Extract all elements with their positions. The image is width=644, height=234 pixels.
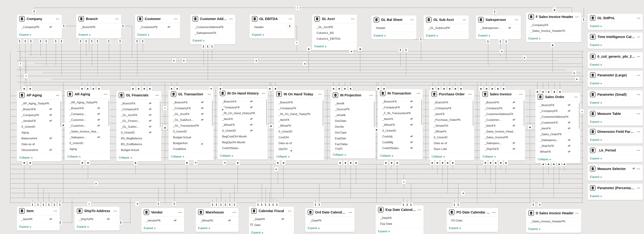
field--branchfk[interactable]: _BranchFK <box>17 107 62 112</box>
expand-link[interactable]: Expand∨ <box>19 33 32 36</box>
field--customer-[interactable]: _Customer... <box>65 123 110 129</box>
hidden-eye-icon[interactable] <box>201 101 204 105</box>
field--sales-invoice-hea-[interactable]: _Sales_Invoice_Hea... <box>65 129 110 134</box>
table-card-item[interactable]: Item⋯_ItemPKExpand∨ <box>17 207 60 231</box>
hidden-eye-icon[interactable] <box>201 113 204 116</box>
table-card-sales-invoice[interactable]: Sales Invoice⋯_BranchFK_CompanyFK_Custom… <box>480 90 525 160</box>
hidden-eye-icon[interactable] <box>632 167 636 171</box>
field--companyfk[interactable]: _CompanyFK <box>480 106 525 111</box>
field--gl-transactionpk[interactable]: _GL_TransactionPK <box>168 123 214 129</box>
field--whsepk[interactable]: _WhsePK <box>196 218 238 224</box>
hidden-eye-icon[interactable] <box>410 123 413 127</box>
field-budgetamt[interactable]: BudgetAmt <box>168 140 214 146</box>
more-options-button[interactable]: ⋯ <box>637 93 640 96</box>
more-options-button[interactable]: ⋯ <box>114 209 117 213</box>
collapse-link[interactable]: Collapse∧ <box>220 154 234 157</box>
hidden-eye-icon[interactable] <box>49 148 52 152</box>
field--datepk[interactable]: _DatePK <box>249 216 294 222</box>
field--sales-orderpk[interactable]: _Sales_OrderPK <box>535 131 580 137</box>
expand-link[interactable]: Expand∨ <box>252 33 264 36</box>
field--shiptofk[interactable]: _ShipToFK <box>480 146 525 152</box>
hidden-eye-icon[interactable] <box>410 146 413 150</box>
field-0-unionid[interactable]: 0_UnionID <box>274 129 324 134</box>
field--salespers-[interactable]: _Salespers... <box>65 134 110 140</box>
field-costoh[interactable]: CostOH <box>274 134 324 140</box>
field-costofsales[interactable]: CostOfSales <box>218 145 268 151</box>
hidden-eye-icon[interactable] <box>97 118 100 122</box>
field--customerfk[interactable]: _CustomerFK <box>535 120 580 126</box>
hidden-eye-icon[interactable] <box>568 127 571 131</box>
table-card-company[interactable]: Company⋯_CompanyPKExpand∨ <box>17 14 62 38</box>
field--datepk[interactable]: _DatePK <box>376 215 424 221</box>
expand-link[interactable]: Expand∨ <box>78 33 91 36</box>
table-card-warehouse[interactable]: Warehouse⋯_WhsePKExpand∨ <box>196 208 238 232</box>
expand-link[interactable]: Expand∨ <box>449 227 461 230</box>
table-card-customer-address[interactable]: Customer Address⋯_CustomerAddressPK_Sale… <box>190 14 235 44</box>
field--branchfk[interactable]: _BranchFK <box>116 101 162 107</box>
field-aging[interactable]: Aging <box>17 130 62 135</box>
more-options-button[interactable]: ⋯ <box>156 94 159 97</box>
table-card-time-intelligence[interactable]: Time Intelligence Calcul...⋯Expand∨ <box>588 32 643 49</box>
hidden-eye-icon[interactable] <box>281 218 284 221</box>
field--whsefk[interactable]: _WhseFK <box>218 122 268 128</box>
field--whsefk[interactable]: _WhseFK <box>378 122 423 128</box>
field--gl-acctfk[interactable]: _GL_AcctFK <box>116 112 162 118</box>
field--itemfk[interactable]: _itemfk <box>330 101 376 107</box>
table-header-gl-stdpnl[interactable]: GL StdPnL⋯ <box>588 14 643 22</box>
field--whsefk[interactable]: _WhseFK <box>429 129 474 134</box>
table-card-salesperson[interactable]: Salesperson⋯_Salesperson...Expand∨ <box>476 15 521 39</box>
more-options-button[interactable]: ⋯ <box>54 209 57 213</box>
more-options-button[interactable]: ⋯ <box>410 18 414 21</box>
expand-link[interactable]: Expand∨ <box>590 175 602 179</box>
more-options-button[interactable]: ⋯ <box>637 16 640 20</box>
scrollbar-thumb[interactable] <box>421 100 422 125</box>
table-card-parameter-percentage[interactable]: Parameter (Percentage)⋯Expand∨ <box>588 184 643 200</box>
table-card-in-on-hand-today[interactable]: IN On Hand Today⋯_BranchFK_CompanyFK_IN_… <box>274 90 324 160</box>
field--salesperso-[interactable]: _Salesperso... <box>535 137 580 143</box>
field-data-as-of[interactable]: Data as of <box>17 141 62 147</box>
table-header-parameter-percentage[interactable]: Parameter (Percentage)⋯ <box>588 184 643 192</box>
table-header-gl-transaction[interactable]: GL Transaction⋯ <box>168 90 214 99</box>
scrollbar-thumb[interactable] <box>160 101 161 127</box>
field-po-date[interactable]: PO Date <box>446 218 498 224</box>
field-0-unionid[interactable]: 0_UnionID <box>429 134 474 140</box>
table-card-parameter-small[interactable]: Parameter (Small)⋯Expand∨ <box>588 90 643 107</box>
field-0-unionid[interactable]: 0_UnionID <box>65 140 110 146</box>
hidden-eye-icon[interactable] <box>250 100 253 104</box>
field--itemfk[interactable]: _ItemFK <box>218 116 268 122</box>
hidden-eye-icon[interactable] <box>410 117 413 121</box>
collapse-link[interactable]: Collapse∧ <box>333 153 346 156</box>
field-bs-endbalance[interactable]: BS_EndBalance <box>116 141 162 147</box>
expand-link[interactable]: Expand∨ <box>138 33 150 36</box>
field--in-on-hand-historypk[interactable]: _IN_On_Hand_HistoryPK <box>218 111 268 116</box>
table-card-gl-acct[interactable]: GL Acct⋯_GL_AcctPKColumn1_BSColumn1_EBIT… <box>312 14 357 50</box>
expand-link[interactable]: Expand∨ <box>192 39 205 42</box>
scrollbar-thumb[interactable] <box>473 100 474 126</box>
expand-link[interactable]: Expand∨ <box>590 157 602 160</box>
table-card-calendar-fiscal[interactable]: Calendar Fiscal⋯_DatePKDateExpand∨ <box>249 207 294 234</box>
expand-link[interactable]: Expand∨ <box>590 138 602 141</box>
hidden-eye-icon[interactable] <box>228 219 231 223</box>
table-header-in-on-hand-history[interactable]: IN On Hand History⋯ <box>218 89 268 98</box>
field--vendorfk[interactable]: _VendorFK <box>17 118 62 124</box>
more-options-button[interactable]: ⋯ <box>637 112 640 115</box>
more-options-button[interactable]: ⋯ <box>348 211 352 214</box>
table-header-company[interactable]: Company⋯ <box>17 14 62 23</box>
table-header-in-on-hand-today[interactable]: IN On Hand Today⋯ <box>274 90 324 99</box>
table-card-customer[interactable]: Customer⋯_CustomerPKExpand∨ <box>135 14 180 38</box>
field-costmfg[interactable]: CostMfg <box>378 139 423 145</box>
field--customerpk[interactable]: _CustomerPK <box>135 24 180 30</box>
hidden-eye-icon[interactable] <box>508 26 511 30</box>
table-header-measure-table[interactable]: Measure Table⋯ <box>588 109 643 118</box>
table-header-customer[interactable]: Customer⋯ <box>135 14 180 23</box>
hidden-eye-icon[interactable] <box>410 141 413 144</box>
field--itemfk[interactable]: _ItemFK <box>274 117 324 123</box>
table-card-gl-bal-sheet[interactable]: GL Bal Sheet⋯HeaderExpand∨ <box>371 15 416 39</box>
table-card-dimension-field-param[interactable]: Dimension Field Param...⋯Expand∨ <box>588 127 643 144</box>
expand-link[interactable]: Expand∨ <box>590 82 602 85</box>
field--in-on-hand-todaypk[interactable]: _IN_On_Hand_TodayPK <box>274 111 324 117</box>
hidden-eye-icon[interactable] <box>97 136 100 139</box>
field-facttable[interactable]: FactTable <box>330 141 376 147</box>
model-canvas[interactable]: Company⋯_CompanyPKExpand∨Branch⋯_BranchP… <box>0 0 644 234</box>
hidden-eye-icon[interactable] <box>167 25 170 29</box>
